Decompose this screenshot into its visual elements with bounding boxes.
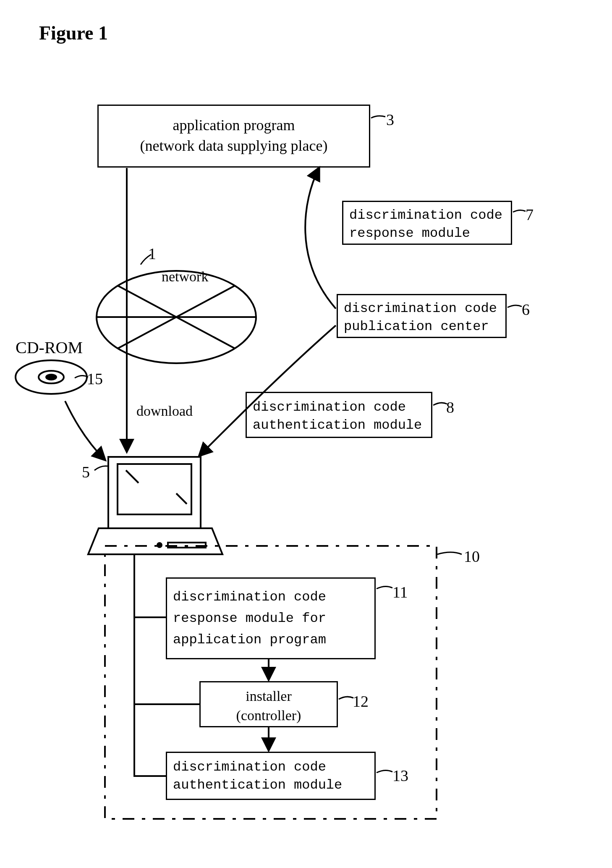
svg-overlay (0, 0, 612, 868)
svg-point-5 (46, 375, 56, 380)
svg-rect-8 (118, 464, 191, 514)
diagram-canvas: Figure 1 application program (network da… (0, 0, 612, 868)
computer-icon (88, 457, 222, 554)
svg-point-12 (157, 543, 162, 547)
